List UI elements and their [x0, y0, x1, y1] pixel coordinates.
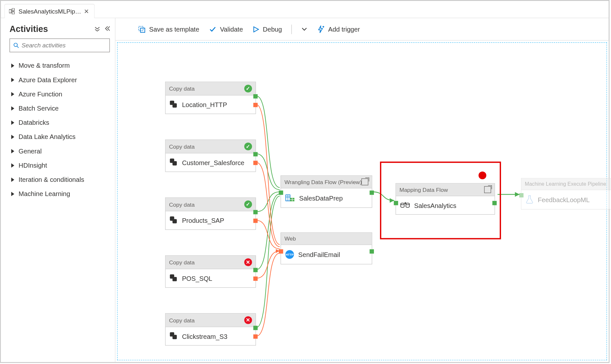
activity-ml-feedbackloop[interactable]: Machine Learning Execute Pipeline Feedba…: [521, 178, 611, 210]
add-trigger-button[interactable]: Add trigger: [317, 25, 360, 33]
input-handle[interactable]: [279, 249, 283, 253]
close-icon[interactable]: ✕: [84, 8, 89, 15]
svg-point-16: [406, 203, 409, 205]
search-input[interactable]: [22, 42, 106, 49]
play-icon: [253, 26, 259, 33]
chevron-down-icon: [301, 26, 307, 32]
activity-wrangling-salesdataprep[interactable]: Wrangling Data Flow (Preview) SalesDataP…: [281, 175, 372, 208]
failure-handle[interactable]: [253, 103, 257, 107]
mapping-dataflow-icon: [400, 201, 410, 209]
category-databricks[interactable]: Databricks: [9, 115, 110, 130]
svg-point-15: [401, 203, 404, 205]
copy-data-icon: [170, 332, 178, 340]
svg-rect-1: [12, 8, 15, 11]
category-batch-service[interactable]: Batch Service: [9, 101, 110, 115]
status-success-icon: ✓: [244, 85, 252, 93]
category-azure-data-explorer[interactable]: Azure Data Explorer: [9, 73, 110, 87]
status-success-icon: ✓: [244, 143, 252, 150]
canvas-toolbar: Save as template Validate Debug Add trig…: [115, 18, 609, 41]
sidebar-title: Activities: [9, 24, 48, 34]
chevron-right-icon: [11, 192, 14, 196]
success-handle[interactable]: [370, 249, 374, 253]
success-handle[interactable]: [370, 191, 374, 195]
save-as-template-button[interactable]: Save as template: [138, 25, 199, 33]
input-handle[interactable]: [394, 201, 398, 205]
svg-point-3: [14, 43, 17, 47]
activity-copy-clickstream-s3[interactable]: Copy data✕ Clickstream_S3: [165, 313, 256, 346]
chevron-right-icon: [11, 149, 14, 153]
svg-line-4: [17, 46, 19, 48]
open-icon[interactable]: [484, 186, 491, 193]
success-handle[interactable]: [253, 94, 257, 98]
debug-button[interactable]: Debug: [253, 25, 282, 33]
status-fail-icon: ✕: [244, 316, 252, 324]
copy-data-icon: [170, 101, 178, 108]
toolbar-divider: [291, 25, 292, 34]
chevron-right-icon: [11, 120, 14, 124]
trigger-icon: [317, 25, 325, 33]
breakpoint-indicator-icon: [478, 172, 486, 179]
success-handle[interactable]: [492, 201, 496, 205]
debug-dropdown-button[interactable]: [301, 26, 307, 32]
open-icon[interactable]: [361, 178, 368, 185]
activity-copy-products-sap[interactable]: Copy data✓ Products_SAP: [165, 197, 256, 230]
search-icon: [14, 42, 19, 48]
activity-copy-customer-salesforce[interactable]: Copy data✓ Customer_Salesforce: [165, 140, 256, 172]
activity-copy-location-http[interactable]: Copy data✓ Location_HTTP: [165, 82, 256, 114]
chevron-right-icon: [11, 106, 14, 110]
category-move-transform[interactable]: Move & transform: [9, 58, 110, 73]
failure-handle[interactable]: [253, 334, 257, 339]
collapse-panel-icon[interactable]: [104, 25, 110, 33]
tabstrip: SalesAnalyticsMLPip… ✕: [1, 1, 609, 18]
chevron-right-icon: [11, 92, 14, 96]
category-general[interactable]: General: [9, 144, 110, 158]
failure-handle[interactable]: [253, 219, 257, 223]
category-azure-function[interactable]: Azure Function: [9, 87, 110, 101]
check-icon: [209, 25, 216, 33]
pipeline-canvas[interactable]: Copy data✓ Location_HTTP Copy data✓ Cust…: [115, 41, 609, 362]
copy-data-icon: [170, 159, 178, 166]
svg-rect-6: [141, 28, 145, 32]
chevron-right-icon: [11, 78, 14, 82]
success-handle[interactable]: [253, 152, 257, 156]
status-fail-icon: ✕: [244, 258, 252, 266]
tab-title: SalesAnalyticsMLPip…: [19, 8, 81, 15]
category-iteration-conditionals[interactable]: Iteration & conditionals: [9, 172, 110, 187]
validate-button[interactable]: Validate: [209, 25, 243, 33]
category-hdinsight[interactable]: HDInsight: [9, 158, 110, 172]
svg-rect-0: [9, 9, 11, 13]
http-icon: HTTP: [285, 250, 294, 259]
input-handle[interactable]: [279, 191, 283, 195]
pipeline-icon: [9, 8, 16, 14]
failure-handle[interactable]: [253, 161, 257, 165]
failure-handle[interactable]: [253, 277, 257, 281]
category-data-lake-analytics[interactable]: Data Lake Analytics: [9, 130, 110, 144]
chevron-right-icon: [11, 134, 14, 139]
activity-copy-pos-sql[interactable]: Copy data✕ POS_SQL: [165, 255, 256, 288]
copy-data-icon: [170, 216, 178, 224]
tab-pipeline[interactable]: SalesAnalyticsMLPip… ✕: [4, 4, 95, 18]
wrangling-icon: [285, 193, 295, 202]
status-success-icon: ✓: [244, 201, 252, 208]
svg-rect-2: [12, 12, 15, 14]
category-machine-learning[interactable]: Machine Learning: [9, 187, 110, 201]
template-icon: [138, 25, 145, 33]
chevron-right-icon: [11, 63, 14, 67]
expand-all-icon[interactable]: [94, 25, 100, 33]
success-handle[interactable]: [253, 268, 257, 272]
activities-sidebar: Activities Move & transform Azure Data E…: [1, 18, 115, 362]
search-activities[interactable]: [9, 38, 110, 52]
chevron-right-icon: [11, 163, 14, 167]
chevron-right-icon: [11, 177, 14, 182]
success-handle[interactable]: [253, 210, 257, 214]
success-handle[interactable]: [253, 326, 257, 330]
svg-rect-5: [139, 26, 143, 30]
activity-web-sendfailemail[interactable]: Web HTTP SendFailEmail: [281, 232, 372, 264]
copy-data-icon: [170, 274, 178, 282]
input-handle[interactable]: [519, 193, 523, 197]
ml-flask-icon: [526, 195, 533, 204]
activity-mapping-salesanalytics[interactable]: Mapping Data Flow SalesAnalytics: [396, 183, 495, 215]
